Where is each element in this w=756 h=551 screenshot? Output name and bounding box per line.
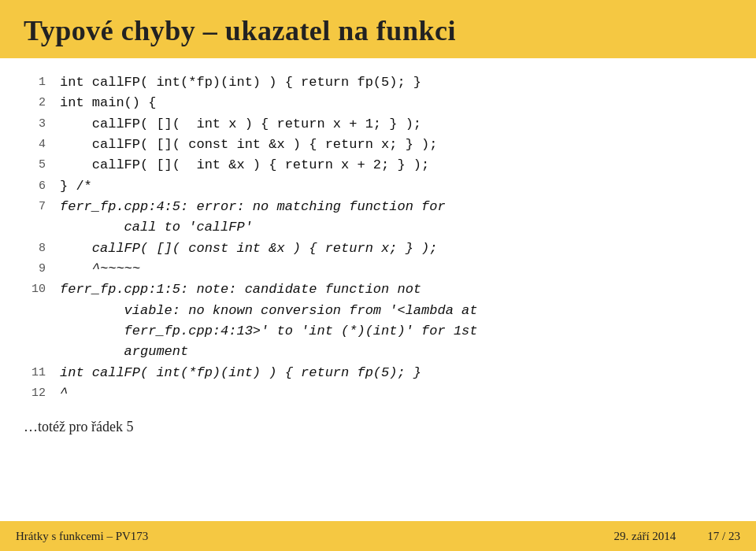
line-number-2: 2 [24, 93, 46, 112]
line-number-4: 4 [24, 135, 46, 153]
line-content-10: ferr_fp.cpp:1:5: note: candidate functio… [60, 279, 732, 362]
code-line-1: 1 int callFP( int(*fp)(int) ) { return f… [24, 72, 732, 93]
code-line-4: 4 callFP( []( const int &x ) { return x;… [24, 135, 732, 155]
line-content-5: callFP( []( int &x ) { return x + 2; } )… [60, 155, 732, 176]
code-line-9: 9 ^~~~~~ [24, 259, 732, 279]
footer-bar: Hrátky s funkcemi – PV173 29. září 2014 … [0, 521, 756, 551]
code-line-5: 5 callFP( []( int &x ) { return x + 2; }… [24, 155, 732, 176]
line-number-12: 12 [24, 383, 46, 402]
code-line-3: 3 callFP( []( int x ) { return x + 1; } … [24, 114, 732, 135]
line-number-11: 11 [24, 363, 46, 382]
line-content-8: callFP( []( const int &x ) { return x; }… [60, 239, 732, 259]
line-content-11: int callFP( int(*fp)(int) ) { return fp(… [60, 363, 732, 383]
line-number-10: 10 [24, 279, 46, 298]
line-content-7: ferr_fp.cpp:4:5: error: no matching func… [60, 197, 732, 239]
main-content: 1 int callFP( int(*fp)(int) ) { return f… [0, 58, 756, 412]
line-content-12: ^ [60, 383, 732, 404]
code-line-7: 7 ferr_fp.cpp:4:5: error: no matching fu… [24, 197, 732, 239]
footer-date: 29. září 2014 [614, 530, 676, 543]
line-content-1: int callFP( int(*fp)(int) ) { return fp(… [60, 72, 732, 93]
code-line-10: 10 ferr_fp.cpp:1:5: note: candidate func… [24, 279, 732, 362]
line-content-9: ^~~~~~ [60, 259, 732, 279]
code-line-12: 12 ^ [24, 383, 732, 404]
line-number-7: 7 [24, 197, 46, 216]
code-line-6: 6 } /* [24, 176, 732, 197]
line-content-3: callFP( []( int x ) { return x + 1; } ); [60, 114, 732, 135]
footer-pages: 17 / 23 [707, 530, 740, 543]
line-content-6: } /* [60, 176, 732, 197]
footer-course: Hrátky s funkcemi – PV173 [16, 530, 148, 543]
bottom-note: …totéž pro řádek 5 [0, 412, 756, 438]
header: Typové chyby – ukazatel na funkci [0, 0, 756, 58]
line-number-9: 9 [24, 259, 46, 278]
line-number-3: 3 [24, 114, 46, 133]
line-number-5: 5 [24, 155, 46, 174]
line-content-2: int main() { [60, 93, 732, 113]
code-block: 1 int callFP( int(*fp)(int) ) { return f… [24, 72, 732, 405]
code-line-11: 11 int callFP( int(*fp)(int) ) { return … [24, 363, 732, 383]
code-line-8: 8 callFP( []( const int &x ) { return x;… [24, 239, 732, 259]
line-content-4: callFP( []( const int &x ) { return x; }… [60, 135, 732, 155]
line-number-1: 1 [24, 72, 46, 91]
bottom-note-text: …totéž pro řádek 5 [24, 419, 133, 435]
page-title: Typové chyby – ukazatel na funkci [24, 14, 732, 47]
footer-right: 29. září 2014 17 / 23 [614, 530, 740, 543]
line-number-6: 6 [24, 176, 46, 195]
line-number-8: 8 [24, 239, 46, 257]
code-line-2: 2 int main() { [24, 93, 732, 113]
